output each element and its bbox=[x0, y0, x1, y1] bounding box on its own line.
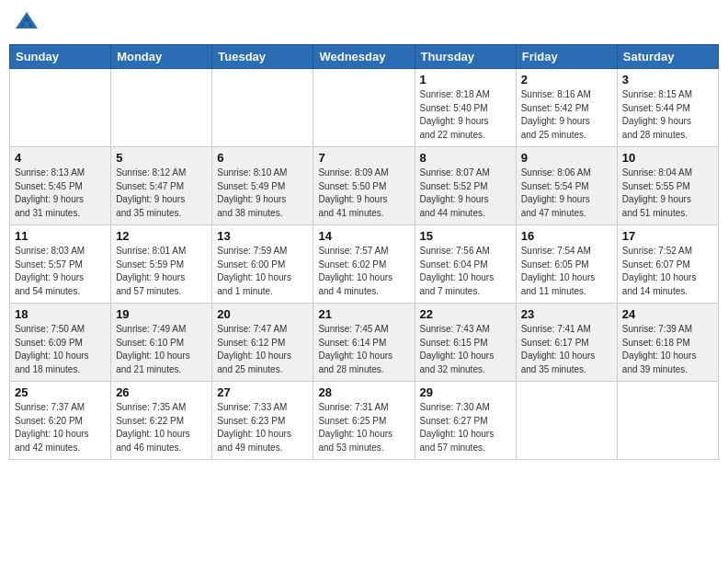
calendar-table: SundayMondayTuesdayWednesdayThursdayFrid… bbox=[9, 44, 719, 460]
day-number: 13 bbox=[217, 229, 308, 243]
day-info: Sunrise: 7:31 AMSunset: 6:25 PMDaylight:… bbox=[318, 401, 409, 454]
day-number: 17 bbox=[622, 229, 713, 243]
calendar-cell: 24Sunrise: 7:39 AMSunset: 6:18 PMDayligh… bbox=[617, 304, 718, 382]
day-number: 28 bbox=[318, 385, 409, 399]
day-number: 16 bbox=[521, 229, 612, 243]
calendar-cell bbox=[313, 69, 415, 147]
day-number: 19 bbox=[116, 307, 207, 321]
calendar-cell: 27Sunrise: 7:33 AMSunset: 6:23 PMDayligh… bbox=[212, 382, 313, 460]
calendar-cell bbox=[212, 69, 313, 147]
calendar-cell: 19Sunrise: 7:49 AMSunset: 6:10 PMDayligh… bbox=[111, 304, 212, 382]
day-info: Sunrise: 8:12 AMSunset: 5:47 PMDaylight:… bbox=[116, 167, 207, 220]
calendar-cell: 16Sunrise: 7:54 AMSunset: 6:05 PMDayligh… bbox=[516, 225, 617, 304]
day-info: Sunrise: 7:50 AMSunset: 6:09 PMDaylight:… bbox=[15, 323, 106, 376]
days-of-week-row: SundayMondayTuesdayWednesdayThursdayFrid… bbox=[10, 45, 719, 69]
calendar-cell: 13Sunrise: 7:59 AMSunset: 6:00 PMDayligh… bbox=[212, 225, 313, 304]
day-number: 5 bbox=[116, 151, 207, 165]
calendar-cell: 17Sunrise: 7:52 AMSunset: 6:07 PMDayligh… bbox=[617, 225, 718, 304]
calendar-cell bbox=[617, 382, 718, 460]
day-info: Sunrise: 7:39 AMSunset: 6:18 PMDaylight:… bbox=[622, 323, 713, 376]
day-info: Sunrise: 7:49 AMSunset: 6:10 PMDaylight:… bbox=[116, 323, 207, 376]
calendar-cell: 18Sunrise: 7:50 AMSunset: 6:09 PMDayligh… bbox=[10, 304, 111, 382]
day-info: Sunrise: 7:37 AMSunset: 6:20 PMDaylight:… bbox=[15, 401, 106, 454]
day-number: 22 bbox=[420, 307, 511, 321]
day-number: 23 bbox=[521, 307, 612, 321]
day-number: 20 bbox=[217, 307, 308, 321]
calendar-cell: 25Sunrise: 7:37 AMSunset: 6:20 PMDayligh… bbox=[10, 382, 111, 460]
day-info: Sunrise: 8:07 AMSunset: 5:52 PMDaylight:… bbox=[420, 167, 511, 220]
calendar-week-4: 18Sunrise: 7:50 AMSunset: 6:09 PMDayligh… bbox=[10, 304, 719, 382]
day-info: Sunrise: 8:10 AMSunset: 5:49 PMDaylight:… bbox=[217, 167, 308, 220]
day-number: 21 bbox=[318, 307, 409, 321]
day-number: 27 bbox=[217, 385, 308, 399]
day-of-week-friday: Friday bbox=[516, 45, 617, 69]
day-number: 18 bbox=[15, 307, 106, 321]
calendar-cell: 4Sunrise: 8:13 AMSunset: 5:45 PMDaylight… bbox=[10, 147, 111, 225]
day-info: Sunrise: 8:06 AMSunset: 5:54 PMDaylight:… bbox=[521, 167, 612, 220]
calendar-body: 1Sunrise: 8:18 AMSunset: 5:40 PMDaylight… bbox=[10, 69, 719, 460]
calendar-cell: 3Sunrise: 8:15 AMSunset: 5:44 PMDaylight… bbox=[617, 69, 718, 147]
day-info: Sunrise: 8:16 AMSunset: 5:42 PMDaylight:… bbox=[521, 88, 612, 142]
day-number: 1 bbox=[420, 73, 511, 86]
logo bbox=[13, 9, 44, 37]
day-info: Sunrise: 7:59 AMSunset: 6:00 PMDaylight:… bbox=[217, 245, 308, 298]
calendar-cell: 23Sunrise: 7:41 AMSunset: 6:17 PMDayligh… bbox=[516, 304, 617, 382]
day-info: Sunrise: 7:45 AMSunset: 6:14 PMDaylight:… bbox=[318, 323, 409, 376]
calendar-cell: 7Sunrise: 8:09 AMSunset: 5:50 PMDaylight… bbox=[313, 147, 415, 225]
day-info: Sunrise: 7:41 AMSunset: 6:17 PMDaylight:… bbox=[521, 323, 612, 376]
day-number: 25 bbox=[15, 385, 106, 399]
calendar-cell: 22Sunrise: 7:43 AMSunset: 6:15 PMDayligh… bbox=[415, 304, 516, 382]
page-header bbox=[9, 9, 719, 37]
day-number: 4 bbox=[15, 151, 106, 165]
calendar-cell: 11Sunrise: 8:03 AMSunset: 5:57 PMDayligh… bbox=[10, 225, 111, 304]
day-number: 24 bbox=[622, 307, 713, 321]
day-number: 29 bbox=[420, 385, 511, 399]
day-of-week-wednesday: Wednesday bbox=[313, 45, 415, 69]
day-number: 12 bbox=[116, 229, 207, 243]
day-info: Sunrise: 7:30 AMSunset: 6:27 PMDaylight:… bbox=[420, 401, 511, 454]
day-number: 6 bbox=[217, 151, 308, 165]
day-of-week-saturday: Saturday bbox=[617, 45, 718, 69]
calendar-cell: 2Sunrise: 8:16 AMSunset: 5:42 PMDaylight… bbox=[516, 69, 617, 147]
day-info: Sunrise: 8:09 AMSunset: 5:50 PMDaylight:… bbox=[318, 167, 409, 220]
day-info: Sunrise: 8:03 AMSunset: 5:57 PMDaylight:… bbox=[15, 245, 106, 298]
calendar-cell: 12Sunrise: 8:01 AMSunset: 5:59 PMDayligh… bbox=[111, 225, 212, 304]
day-info: Sunrise: 8:18 AMSunset: 5:40 PMDaylight:… bbox=[420, 88, 511, 142]
calendar-cell bbox=[516, 382, 617, 460]
day-info: Sunrise: 7:35 AMSunset: 6:22 PMDaylight:… bbox=[116, 401, 207, 454]
day-info: Sunrise: 8:01 AMSunset: 5:59 PMDaylight:… bbox=[116, 245, 207, 298]
day-info: Sunrise: 7:47 AMSunset: 6:12 PMDaylight:… bbox=[217, 323, 308, 376]
day-of-week-sunday: Sunday bbox=[10, 45, 111, 69]
calendar-cell: 14Sunrise: 7:57 AMSunset: 6:02 PMDayligh… bbox=[313, 225, 415, 304]
day-info: Sunrise: 7:33 AMSunset: 6:23 PMDaylight:… bbox=[217, 401, 308, 454]
calendar-header: SundayMondayTuesdayWednesdayThursdayFrid… bbox=[10, 45, 719, 69]
day-number: 15 bbox=[420, 229, 511, 243]
calendar-cell: 5Sunrise: 8:12 AMSunset: 5:47 PMDaylight… bbox=[111, 147, 212, 225]
calendar-cell: 6Sunrise: 8:10 AMSunset: 5:49 PMDaylight… bbox=[212, 147, 313, 225]
calendar-cell: 8Sunrise: 8:07 AMSunset: 5:52 PMDaylight… bbox=[415, 147, 516, 225]
day-number: 26 bbox=[116, 385, 207, 399]
calendar-week-3: 11Sunrise: 8:03 AMSunset: 5:57 PMDayligh… bbox=[10, 225, 719, 304]
calendar-cell: 28Sunrise: 7:31 AMSunset: 6:25 PMDayligh… bbox=[313, 382, 415, 460]
day-info: Sunrise: 7:57 AMSunset: 6:02 PMDaylight:… bbox=[318, 245, 409, 298]
calendar-cell: 1Sunrise: 8:18 AMSunset: 5:40 PMDaylight… bbox=[415, 69, 516, 147]
calendar-cell: 15Sunrise: 7:56 AMSunset: 6:04 PMDayligh… bbox=[415, 225, 516, 304]
calendar-cell: 21Sunrise: 7:45 AMSunset: 6:14 PMDayligh… bbox=[313, 304, 415, 382]
day-number: 9 bbox=[521, 151, 612, 165]
calendar-week-5: 25Sunrise: 7:37 AMSunset: 6:20 PMDayligh… bbox=[10, 382, 719, 460]
day-of-week-thursday: Thursday bbox=[415, 45, 516, 69]
calendar-cell: 20Sunrise: 7:47 AMSunset: 6:12 PMDayligh… bbox=[212, 304, 313, 382]
day-info: Sunrise: 8:15 AMSunset: 5:44 PMDaylight:… bbox=[622, 88, 713, 142]
day-info: Sunrise: 7:56 AMSunset: 6:04 PMDaylight:… bbox=[420, 245, 511, 298]
day-info: Sunrise: 7:52 AMSunset: 6:07 PMDaylight:… bbox=[622, 245, 713, 298]
calendar-cell: 29Sunrise: 7:30 AMSunset: 6:27 PMDayligh… bbox=[415, 382, 516, 460]
day-number: 8 bbox=[420, 151, 511, 165]
day-number: 11 bbox=[15, 229, 106, 243]
svg-rect-2 bbox=[24, 22, 29, 29]
calendar-cell: 9Sunrise: 8:06 AMSunset: 5:54 PMDaylight… bbox=[516, 147, 617, 225]
calendar-week-1: 1Sunrise: 8:18 AMSunset: 5:40 PMDaylight… bbox=[10, 69, 719, 147]
day-of-week-tuesday: Tuesday bbox=[212, 45, 313, 69]
calendar-cell bbox=[10, 69, 111, 147]
calendar-cell bbox=[111, 69, 212, 147]
day-number: 3 bbox=[622, 73, 713, 86]
